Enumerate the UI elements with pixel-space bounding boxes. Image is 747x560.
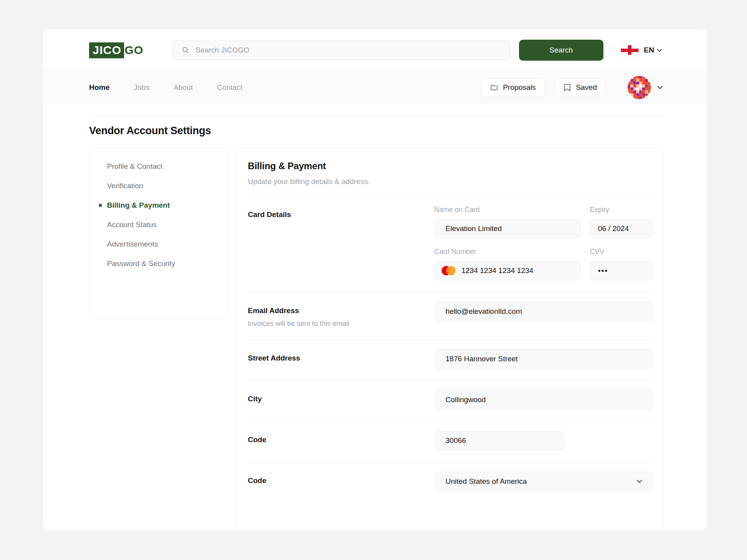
city-label: City bbox=[248, 395, 434, 403]
email-helper: Invoices will be sent to this email bbox=[248, 320, 434, 328]
settings-sidebar: Profile & Contact Verification Billing &… bbox=[89, 148, 227, 318]
cvv-label: CVV bbox=[590, 248, 652, 256]
mastercard-icon bbox=[441, 266, 456, 276]
search-icon bbox=[181, 46, 190, 54]
expiry-input[interactable] bbox=[590, 219, 652, 238]
cvv-value: ••• bbox=[598, 266, 608, 275]
card-details-label: Card Details bbox=[248, 210, 434, 219]
nav-links: Home Jobs About Contact bbox=[89, 83, 242, 92]
search-bar bbox=[172, 40, 511, 60]
folder-icon bbox=[490, 83, 498, 92]
logo[interactable]: JICO GO bbox=[89, 42, 144, 58]
chevron-down-icon bbox=[637, 480, 642, 483]
name-on-card-label: Name on Card bbox=[434, 206, 580, 214]
city-row: City bbox=[248, 381, 652, 422]
header: JICO GO Search EN bbox=[43, 30, 707, 71]
proposals-button[interactable]: Proposals bbox=[481, 78, 545, 97]
account-menu-chevron-icon[interactable] bbox=[657, 86, 663, 89]
expiry-label: Expiry bbox=[590, 206, 652, 214]
card-number-label: Card Number bbox=[434, 248, 580, 256]
panel-subtitle: Update your billing details & address. bbox=[248, 177, 652, 186]
page-title-block: Vendor Account Settings bbox=[89, 115, 663, 148]
street-input[interactable] bbox=[434, 349, 652, 369]
nav-bar: Home Jobs About Contact Proposals bbox=[43, 71, 707, 104]
street-row: Street Address bbox=[248, 340, 652, 381]
email-input[interactable] bbox=[434, 302, 652, 321]
sidebar-item-password-security[interactable]: Password & Security bbox=[89, 254, 227, 273]
name-on-card-input[interactable] bbox=[434, 219, 580, 238]
saved-button[interactable]: Saved bbox=[554, 78, 606, 97]
england-flag-icon[interactable] bbox=[621, 43, 639, 58]
nav-item-contact[interactable]: Contact bbox=[217, 83, 242, 92]
postal-code-label: Code bbox=[248, 436, 434, 444]
panel-title: Billing & Payment bbox=[248, 161, 652, 172]
cvv-input[interactable]: ••• bbox=[590, 261, 652, 280]
nav-item-about[interactable]: About bbox=[174, 83, 193, 92]
sidebar-item-advertisements[interactable]: Advertisements bbox=[89, 234, 227, 254]
nav-item-jobs[interactable]: Jobs bbox=[134, 83, 149, 92]
street-label: Street Address bbox=[248, 354, 434, 362]
language-selector[interactable]: EN bbox=[644, 46, 662, 54]
card-number-input[interactable]: 1234 1234 1234 1234 bbox=[434, 261, 580, 280]
search-button[interactable]: Search bbox=[519, 40, 603, 61]
search-input[interactable] bbox=[172, 40, 511, 60]
sidebar-item-label: Advertisements bbox=[107, 240, 158, 248]
active-dot bbox=[99, 204, 102, 207]
card-details-label-col: Card Details bbox=[248, 206, 434, 280]
bookmark-icon bbox=[563, 83, 571, 92]
card-details-row: Card Details Name on Card Expiry bbox=[248, 197, 652, 293]
card-number-value: 1234 1234 1234 1234 bbox=[461, 266, 533, 275]
billing-payment-panel: Billing & Payment Update your billing de… bbox=[237, 148, 663, 530]
logo-part-jico: JICO bbox=[89, 42, 124, 58]
postal-code-row: Code bbox=[248, 422, 652, 463]
sidebar-item-billing-payment[interactable]: Billing & Payment bbox=[89, 196, 227, 215]
nav-actions: Proposals Saved bbox=[481, 76, 663, 99]
panel-header: Billing & Payment Update your billing de… bbox=[248, 161, 652, 197]
country-row: Code United States of America bbox=[248, 463, 652, 504]
country-select[interactable]: United States of America bbox=[434, 472, 652, 491]
logo-part-go: GO bbox=[124, 44, 144, 56]
chevron-down-icon bbox=[657, 49, 662, 52]
app-container: JICO GO Search EN bbox=[43, 30, 707, 530]
country-label: Code bbox=[248, 476, 434, 485]
sidebar-item-profile-contact[interactable]: Profile & Contact bbox=[89, 157, 227, 176]
sidebar-item-label: Password & Security bbox=[107, 259, 175, 268]
sidebar-item-verification[interactable]: Verification bbox=[89, 176, 227, 196]
sidebar-item-label: Account Status bbox=[107, 220, 157, 229]
proposals-label: Proposals bbox=[503, 83, 536, 92]
sidebar-item-account-status[interactable]: Account Status bbox=[89, 215, 227, 234]
email-label: Email Address bbox=[248, 306, 434, 315]
email-row: Email Address Invoices will be sent to t… bbox=[248, 293, 652, 340]
page-title: Vendor Account Settings bbox=[89, 125, 663, 137]
postal-code-input[interactable] bbox=[434, 431, 564, 450]
sidebar-item-label: Profile & Contact bbox=[107, 162, 163, 170]
nav-item-home[interactable]: Home bbox=[89, 83, 110, 92]
country-value: United States of America bbox=[445, 477, 527, 486]
sidebar-item-label: Billing & Payment bbox=[107, 201, 170, 209]
language-code: EN bbox=[644, 46, 654, 54]
city-input[interactable] bbox=[434, 390, 652, 410]
content: Vendor Account Settings Profile & Contac… bbox=[43, 115, 707, 530]
sidebar-item-label: Verification bbox=[107, 182, 143, 190]
header-divider bbox=[612, 44, 613, 56]
page: JICO GO Search EN bbox=[0, 0, 747, 560]
saved-label: Saved bbox=[576, 83, 597, 92]
avatar[interactable] bbox=[628, 76, 651, 99]
